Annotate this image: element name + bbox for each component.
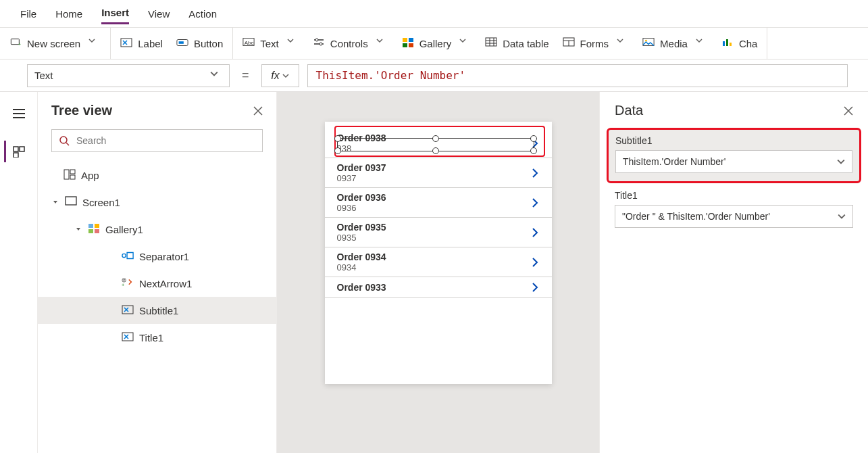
control-selection-frame[interactable] <box>337 138 534 151</box>
chevron-down-icon <box>838 212 846 220</box>
next-arrow-icon[interactable] <box>530 281 540 293</box>
tree-item-app[interactable]: App <box>38 162 276 189</box>
gallery-row[interactable]: Order 09370937 <box>325 158 552 188</box>
data-table-button[interactable]: Data table <box>485 37 548 49</box>
svg-rect-12 <box>409 43 413 47</box>
controls-label: Controls <box>330 38 368 49</box>
gallery-row[interactable]: Order 09350935 <box>325 218 552 247</box>
gallery-row-title: Order 0935 <box>337 222 386 233</box>
gallery-row-subtitle: 0935 <box>337 233 386 243</box>
resize-handle[interactable] <box>432 135 439 142</box>
data-panel-title: Data <box>615 103 643 118</box>
resize-handle[interactable] <box>334 147 341 154</box>
svg-rect-23 <box>70 175 75 179</box>
tree-panel: Tree view AppScreen1Gallery1Separator1+N… <box>38 92 277 453</box>
close-icon[interactable] <box>253 106 263 116</box>
svg-rect-21 <box>64 170 69 179</box>
expand-icon[interactable] <box>74 226 82 233</box>
field-input[interactable]: ThisItem.'Order Number' <box>615 150 852 173</box>
chevron-down-icon <box>617 37 629 49</box>
chevron-down-icon <box>376 37 388 49</box>
datatable-label: Data table <box>503 38 548 49</box>
data-field-subtitle1: Subtitle1ThisItem.'Order Number' <box>607 128 861 183</box>
canvas: Order 0938938Order 09370937Order 0936093… <box>277 92 599 453</box>
media-menu[interactable]: Media <box>642 37 708 49</box>
expand-icon[interactable] <box>51 199 59 206</box>
text-icon: Abc <box>242 37 255 49</box>
data-panel: Data Subtitle1ThisItem.'Order Number'Tit… <box>599 92 868 453</box>
chevron-down-icon <box>88 37 101 49</box>
gallery-row-title: Order 0933 <box>337 282 386 293</box>
formula-input[interactable]: ThisItem.'Order Number' <box>307 64 848 87</box>
next-arrow-icon[interactable] <box>530 197 540 209</box>
tree-search-input[interactable] <box>75 135 255 147</box>
tree-item-label: NextArrow1 <box>139 278 192 289</box>
property-selector[interactable]: Text <box>27 64 230 87</box>
svg-rect-25 <box>88 224 93 228</box>
formula-bar: Text = fx ThisItem.'Order Number' <box>0 59 868 92</box>
svg-rect-4 <box>179 41 184 44</box>
close-icon[interactable] <box>844 106 853 116</box>
label-button[interactable]: Label <box>120 37 163 49</box>
field-input[interactable]: "Order " & ThisItem.'Order Number' <box>615 205 853 228</box>
svg-rect-27 <box>88 229 93 233</box>
screen-icon <box>65 196 77 208</box>
svg-rect-11 <box>403 43 407 47</box>
new-screen-button[interactable]: + New screen <box>9 37 101 49</box>
tree-item-subtitle1[interactable]: Subtitle1 <box>38 297 276 324</box>
menu-insert[interactable]: Insert <box>101 3 129 24</box>
tree-item-label: Gallery1 <box>105 224 143 235</box>
gallery-row[interactable]: Order 09360936 <box>325 188 552 218</box>
resize-handle[interactable] <box>530 147 537 154</box>
tree-item-gallery1[interactable]: Gallery1 <box>38 216 276 243</box>
svg-rect-17 <box>723 41 725 46</box>
resize-handle[interactable] <box>334 135 341 142</box>
tree-search[interactable] <box>51 129 263 152</box>
menu-view[interactable]: View <box>148 4 170 24</box>
svg-text:+: + <box>18 42 21 47</box>
menu-action[interactable]: Action <box>188 4 217 24</box>
app-icon <box>63 169 76 181</box>
svg-rect-22 <box>70 170 75 174</box>
chevron-down-icon <box>287 37 299 49</box>
tree-item-separator1[interactable]: Separator1 <box>38 243 276 270</box>
chart-menu[interactable]: Cha <box>721 37 758 49</box>
next-arrow-icon[interactable] <box>530 226 540 239</box>
new-screen-label: New screen <box>27 38 80 49</box>
gallery-row[interactable]: Order 0933 <box>325 277 552 298</box>
resize-handle[interactable] <box>530 135 537 142</box>
fx-label: fx <box>271 70 279 82</box>
forms-icon <box>563 37 575 49</box>
button-button[interactable]: Button <box>176 37 223 49</box>
label-icon <box>120 37 132 49</box>
resize-handle[interactable] <box>432 147 439 154</box>
gallery-icon <box>88 223 100 235</box>
chevron-down-icon <box>837 158 845 166</box>
gallery-row-title: Order 0936 <box>337 192 386 203</box>
tree-view-rail-button[interactable] <box>4 141 31 162</box>
gallery-row[interactable]: Order 09340934 <box>325 247 552 277</box>
media-icon <box>642 37 655 49</box>
main-area: Tree view AppScreen1Gallery1Separator1+N… <box>0 92 868 453</box>
svg-rect-9 <box>403 38 407 42</box>
gallery-label: Gallery <box>419 38 452 49</box>
controls-menu[interactable]: Controls <box>313 37 388 49</box>
tree-item-nextarrow1[interactable]: +NextArrow1 <box>38 270 276 297</box>
property-value: Text <box>34 70 53 81</box>
formula-token2: .'Order Number' <box>368 69 466 82</box>
text-menu[interactable]: Abc Text <box>242 37 299 49</box>
next-arrow-icon[interactable] <box>530 256 540 268</box>
tree-item-label: Subtitle1 <box>139 305 178 316</box>
label-icon <box>122 304 134 316</box>
menu-file[interactable]: File <box>20 4 36 24</box>
button-icon <box>176 37 188 49</box>
gallery-menu[interactable]: Gallery <box>402 37 472 49</box>
tree-item-title1[interactable]: Title1 <box>38 324 276 351</box>
hamburger-button[interactable] <box>5 103 32 124</box>
fx-button[interactable]: fx <box>261 64 299 87</box>
tree-item-label: Title1 <box>139 332 163 343</box>
tree-item-screen1[interactable]: Screen1 <box>38 189 276 216</box>
next-arrow-icon[interactable] <box>530 167 540 179</box>
menu-home[interactable]: Home <box>55 4 82 24</box>
forms-menu[interactable]: Forms <box>563 37 630 49</box>
